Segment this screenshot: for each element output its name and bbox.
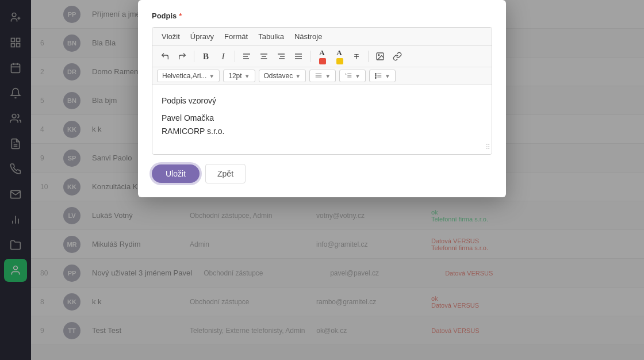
signature-company: RAMICORP s.r.o. xyxy=(162,125,482,137)
highlight-button[interactable]: A xyxy=(331,48,347,64)
align-center-button[interactable] xyxy=(256,48,272,64)
modal-actions: Uložit Zpět xyxy=(152,164,492,183)
menu-insert[interactable]: Vložit xyxy=(157,30,185,43)
strikethrough-button[interactable]: T xyxy=(348,48,365,64)
editor-menu-bar: Vložit Úpravy Formát Tabulka Nástroje xyxy=(152,28,492,46)
line-spacing-arrow: ▼ xyxy=(325,73,331,79)
font-family-arrow: ▼ xyxy=(209,73,214,79)
required-marker: * xyxy=(179,12,182,20)
align-left-button[interactable] xyxy=(239,48,255,64)
font-size-value: 12pt xyxy=(228,72,241,80)
color-indicator xyxy=(319,58,326,64)
signature-title: Podpis vzorový xyxy=(162,94,482,107)
bold-button[interactable]: B xyxy=(198,48,214,64)
menu-format[interactable]: Formát xyxy=(220,30,252,43)
italic-button[interactable]: I xyxy=(215,48,231,64)
modal-overlay: Podpis * Vložit Úpravy Formát Tabulka Ná… xyxy=(0,0,644,360)
font-size-dropdown[interactable]: 12pt ▼ xyxy=(223,70,255,82)
signature-modal: Podpis * Vložit Úpravy Formát Tabulka Ná… xyxy=(138,0,506,197)
ordered-list-arrow: ▼ xyxy=(355,73,361,79)
modal-label-text: Podpis xyxy=(152,12,177,20)
unordered-list-dropdown[interactable]: ▼ xyxy=(369,70,396,82)
editor-content-area[interactable]: Podpis vzorový Pavel Omačka RAMICORP s.r… xyxy=(152,85,492,154)
toolbar-separator-3 xyxy=(310,51,310,62)
toolbar-separator xyxy=(194,51,194,62)
menu-tools[interactable]: Nástroje xyxy=(290,30,327,43)
svg-point-42 xyxy=(375,78,376,79)
font-size-arrow: ▼ xyxy=(244,73,250,79)
resize-handle: ⠿ xyxy=(485,142,490,153)
paragraph-style-dropdown[interactable]: Odstavec ▼ xyxy=(259,70,306,82)
ordered-list-dropdown[interactable]: 1. ▼ xyxy=(339,70,366,82)
svg-text:1.: 1. xyxy=(345,72,347,75)
modal-title: Podpis * xyxy=(152,12,492,20)
toolbar-separator-4 xyxy=(368,51,369,62)
signature-name: Pavel Omačka xyxy=(162,112,482,124)
unordered-list-arrow: ▼ xyxy=(385,73,390,79)
highlight-indicator xyxy=(336,58,343,64)
svg-point-41 xyxy=(375,75,376,76)
font-family-dropdown[interactable]: Helvetica,Ari... ▼ xyxy=(157,70,220,82)
menu-table[interactable]: Tabulka xyxy=(254,30,289,43)
menu-edit[interactable]: Úpravy xyxy=(186,30,218,43)
svg-point-29 xyxy=(378,55,379,56)
editor-format-bar: Helvetica,Ari... ▼ 12pt ▼ Odstavec ▼ ▼ 1… xyxy=(152,67,492,85)
align-right-button[interactable] xyxy=(273,48,289,64)
paragraph-style-arrow: ▼ xyxy=(295,73,301,79)
paragraph-style-value: Odstavec xyxy=(264,72,293,80)
line-spacing-dropdown[interactable]: ▼ xyxy=(309,70,336,82)
save-button[interactable]: Uložit xyxy=(152,164,200,183)
svg-point-40 xyxy=(375,74,376,75)
redo-button[interactable] xyxy=(174,48,190,64)
editor-toolbar: B I A xyxy=(152,46,492,67)
align-justify-button[interactable] xyxy=(290,48,306,64)
toolbar-separator-2 xyxy=(235,51,235,62)
link-button[interactable] xyxy=(389,48,405,64)
undo-button[interactable] xyxy=(157,48,173,64)
back-button[interactable]: Zpět xyxy=(205,164,246,183)
image-button[interactable] xyxy=(372,48,388,64)
editor-container: Vložit Úpravy Formát Tabulka Nástroje B … xyxy=(152,27,492,155)
font-color-button[interactable]: A xyxy=(314,48,330,64)
font-family-value: Helvetica,Ari... xyxy=(162,72,206,80)
